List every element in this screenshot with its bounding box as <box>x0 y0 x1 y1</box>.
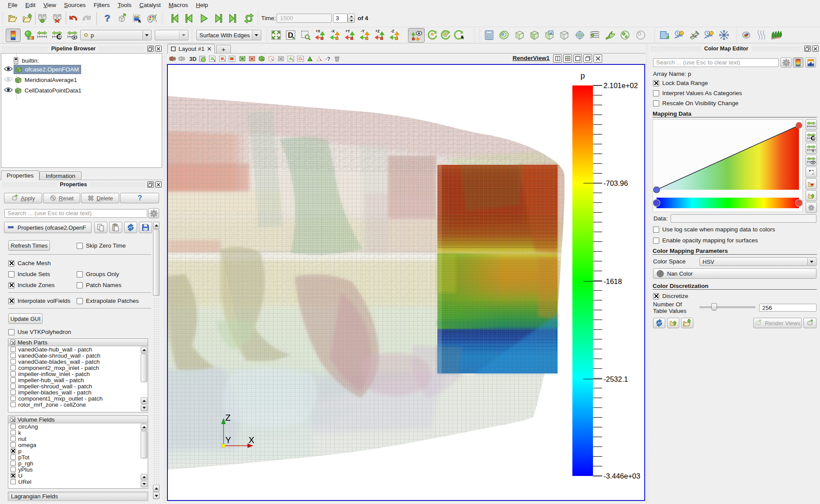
svg-text:t: t <box>812 148 814 153</box>
svg-text:-1618: -1618 <box>603 277 622 285</box>
svg-text:Z: Z <box>225 413 231 422</box>
svg-text:p: p <box>580 71 585 80</box>
svg-text:-2532.1: -2532.1 <box>603 375 628 383</box>
svg-text:-Y: -Y <box>361 29 365 33</box>
svg-text:+Z: +Z <box>375 29 380 33</box>
svg-text:?: ? <box>137 194 142 202</box>
svg-text:+Y: +Y <box>345 29 350 33</box>
svg-text:-Z: -Z <box>390 29 394 33</box>
svg-text:-3.446e+03: -3.446e+03 <box>603 472 640 480</box>
svg-text:+X: +X <box>316 29 320 33</box>
svg-text:-703.96: -703.96 <box>603 179 628 187</box>
svg-text:·?: ·? <box>325 56 330 62</box>
svg-text:-X: -X <box>331 29 335 33</box>
svg-text:3D: 3D <box>189 56 197 62</box>
svg-text:Y: Y <box>225 435 231 445</box>
svg-text:e: e <box>809 60 812 66</box>
svg-text:X: X <box>248 435 254 445</box>
svg-text:?: ? <box>104 13 110 24</box>
svg-text:2.101e+02: 2.101e+02 <box>603 82 638 89</box>
